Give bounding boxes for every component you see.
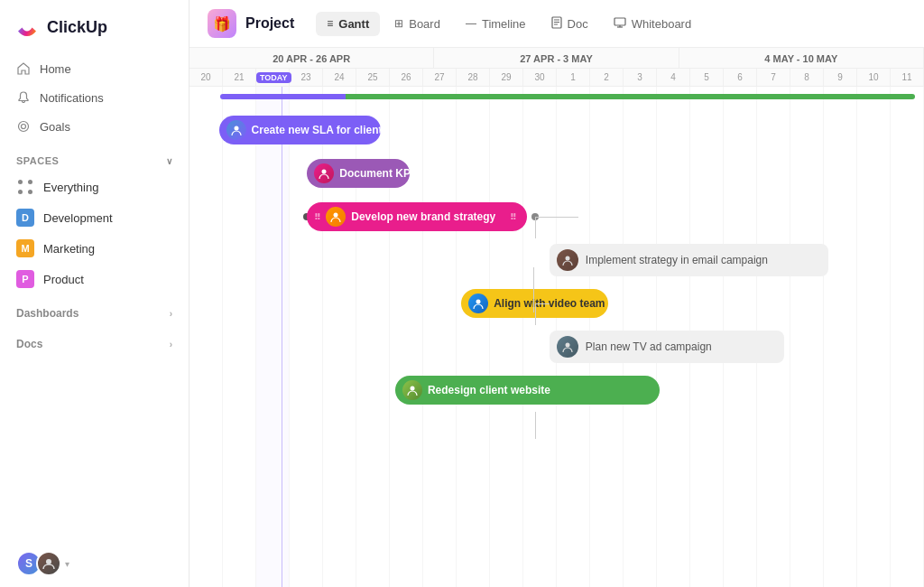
whiteboard-tab-icon bbox=[614, 17, 626, 31]
connector-v-6 bbox=[535, 303, 536, 325]
day-cell-9: 29 bbox=[490, 69, 523, 86]
gantt-grid: Create new SLA for client Document KPIs … bbox=[189, 87, 924, 587]
task-row-2: Document KPIs bbox=[189, 152, 924, 195]
task-avatar-6 bbox=[557, 336, 578, 358]
day-cell-16: 6 bbox=[724, 69, 757, 86]
project-icon: 🎁 bbox=[208, 9, 236, 38]
task-avatar-7 bbox=[402, 380, 422, 400]
task-bar-4[interactable]: Implement strategy in email campaign bbox=[550, 244, 828, 276]
task-2-label: Document KPIs bbox=[339, 167, 410, 180]
task-avatar-3 bbox=[326, 207, 346, 227]
today-badge: TODAY bbox=[256, 72, 291, 83]
sidebar-item-home[interactable]: Home bbox=[7, 54, 181, 83]
task-1-label: Create new SLA for client bbox=[252, 124, 381, 136]
sidebar-item-development[interactable]: D Development bbox=[7, 202, 181, 233]
home-icon bbox=[16, 61, 31, 76]
task-row-6: Plan new TV ad campaign bbox=[189, 325, 924, 368]
date-section-headers: 20 APR - 26 APR 27 APR - 3 MAY 4 MAY - 1… bbox=[189, 48, 924, 69]
tab-timeline[interactable]: — Timeline bbox=[455, 12, 537, 36]
main-content: 🎁 Project ≡ Gantt ⊞ Board — Timeline Doc bbox=[189, 0, 924, 587]
board-tab-icon: ⊞ bbox=[394, 17, 403, 30]
dashboards-label: Dashboards bbox=[16, 307, 79, 320]
date-section-1: 20 APR - 26 APR bbox=[189, 48, 434, 68]
svg-point-13 bbox=[565, 343, 569, 348]
day-cell-0: 20 bbox=[189, 69, 223, 86]
connector-5-6 bbox=[535, 412, 536, 439]
dashboards-chevron-icon[interactable]: › bbox=[170, 309, 172, 319]
svg-point-9 bbox=[322, 170, 327, 174]
progress-bar-row bbox=[189, 94, 924, 99]
logo: ClickUp bbox=[0, 0, 189, 51]
sidebar-item-home-label: Home bbox=[40, 62, 71, 76]
day-cell-19: 9 bbox=[824, 69, 857, 86]
day-cell-5: 25 bbox=[356, 69, 390, 86]
task-row-5: Align with video team bbox=[189, 282, 924, 325]
svg-point-11 bbox=[565, 256, 569, 261]
board-tab-label: Board bbox=[409, 17, 440, 31]
sidebar-item-marketing[interactable]: M Marketing bbox=[7, 233, 181, 264]
logo-text: ClickUp bbox=[47, 18, 107, 37]
product-dot: P bbox=[16, 270, 34, 288]
marketing-dot: M bbox=[16, 239, 34, 257]
day-cell-4: 24 bbox=[323, 69, 356, 86]
development-dot: D bbox=[16, 209, 34, 227]
tab-board[interactable]: ⊞ Board bbox=[383, 12, 451, 36]
day-cell-7: 27 bbox=[423, 69, 457, 86]
drag-handle-left[interactable]: ⠿ bbox=[314, 212, 320, 222]
docs-label: Docs bbox=[16, 338, 42, 350]
day-cell-20: 10 bbox=[857, 69, 891, 86]
sidebar-nav: Home Notifications Goals bbox=[0, 51, 189, 144]
day-cell-18: 8 bbox=[790, 69, 824, 86]
tab-gantt[interactable]: ≡ Gantt bbox=[316, 12, 380, 36]
task-5-label: Align with video team bbox=[494, 297, 605, 310]
avatar-2[interactable] bbox=[36, 551, 61, 576]
svg-point-8 bbox=[234, 126, 238, 131]
task-bar-2[interactable]: Document KPIs bbox=[307, 159, 410, 188]
sidebar: ClickUp Home Notifications Goals Spaces … bbox=[0, 0, 189, 587]
svg-point-0 bbox=[19, 122, 29, 132]
task-avatar-1 bbox=[226, 120, 246, 140]
docs-chevron-icon[interactable]: › bbox=[170, 340, 172, 349]
sidebar-item-marketing-label: Marketing bbox=[43, 242, 95, 256]
project-title: Project bbox=[245, 15, 294, 32]
task-6-label: Plan new TV ad campaign bbox=[586, 340, 712, 353]
sidebar-item-everything-label: Everything bbox=[43, 181, 98, 194]
drag-handle-right[interactable]: ⠿ bbox=[510, 212, 516, 222]
task-row-4: Implement strategy in email campaign bbox=[189, 238, 924, 282]
task-3-label: Develop new brand strategy bbox=[351, 210, 495, 223]
avatar-dropdown-icon[interactable]: ▾ bbox=[65, 559, 69, 569]
sidebar-item-goals-label: Goals bbox=[40, 120, 70, 134]
spaces-chevron-icon[interactable]: ∨ bbox=[166, 156, 173, 166]
task-7-label: Redesign client website bbox=[428, 384, 550, 396]
day-cell-8: 28 bbox=[457, 69, 490, 86]
dashboards-section-header: Dashboards › bbox=[0, 294, 189, 325]
task-bar-6[interactable]: Plan new TV ad campaign bbox=[550, 331, 784, 363]
bell-icon bbox=[16, 90, 31, 105]
sidebar-item-product[interactable]: P Product bbox=[7, 264, 181, 294]
svg-point-2 bbox=[46, 559, 51, 564]
task-bar-3[interactable]: ⠿ Develop new brand strategy ⠿ bbox=[307, 202, 527, 231]
task-bar-7[interactable]: Redesign client website bbox=[395, 376, 660, 405]
tab-whiteboard[interactable]: Whiteboard bbox=[603, 12, 702, 36]
task-row-1: Create new SLA for client bbox=[189, 108, 924, 152]
day-cell-10: 30 bbox=[523, 69, 557, 86]
task-bar-1[interactable]: Create new SLA for client bbox=[219, 116, 381, 144]
sidebar-item-notifications-label: Notifications bbox=[40, 91, 104, 105]
day-cell-17: 7 bbox=[757, 69, 790, 86]
day-cell-13: 3 bbox=[624, 69, 657, 86]
connector-h-4 bbox=[535, 217, 579, 218]
task-avatar-5 bbox=[468, 294, 488, 313]
sidebar-item-everything[interactable]: Everything bbox=[7, 172, 181, 202]
connector-h-6 bbox=[535, 303, 550, 304]
svg-rect-7 bbox=[614, 18, 625, 25]
sidebar-item-notifications[interactable]: Notifications bbox=[7, 83, 181, 112]
sidebar-item-goals[interactable]: Goals bbox=[7, 112, 181, 141]
user-avatars: S ▾ bbox=[0, 540, 189, 587]
tab-doc[interactable]: Doc bbox=[541, 11, 599, 37]
spaces-list: Everything D Development M Marketing P P… bbox=[0, 172, 189, 294]
tab-nav: ≡ Gantt ⊞ Board — Timeline Doc bbox=[316, 11, 702, 37]
task-avatar-4 bbox=[557, 249, 578, 271]
spaces-section-header: Spaces ∨ bbox=[0, 144, 189, 172]
days-row: 2021TODAY23242526272829301234567891011 bbox=[189, 69, 924, 87]
gantt-container: 20 APR - 26 APR 27 APR - 3 MAY 4 MAY - 1… bbox=[189, 48, 924, 587]
